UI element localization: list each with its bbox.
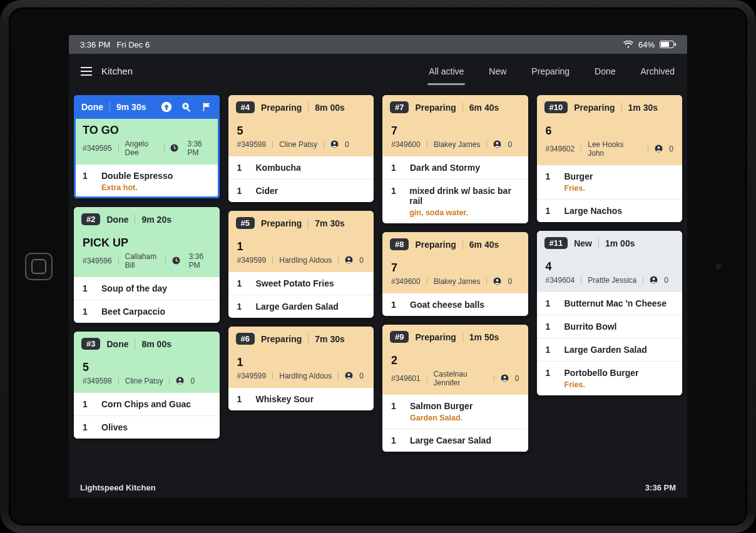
ticket-item[interactable]: 1Corn Chips and Guac	[74, 393, 220, 415]
tab-done[interactable]: Done	[593, 63, 616, 80]
ticket-status: Done	[106, 215, 128, 225]
ticket-number: #3	[81, 338, 100, 350]
ticket-subheader: 1#349599Hardling Aldous 0	[228, 351, 374, 388]
ticket-item[interactable]: 1Salmon BurgerGarden Salad.	[382, 395, 528, 429]
item-name: Salmon Burger	[410, 401, 472, 411]
svg-point-15	[348, 373, 350, 376]
ticket-item[interactable]: 1Large Caesar Salad	[382, 429, 528, 452]
ticket-card[interactable]: #10Preparing1m 30s6#349602Lee Hooks John…	[537, 95, 683, 222]
ticket-card[interactable]: #11New1m 00s4#349604Prattle Jessica 01Bu…	[537, 231, 683, 395]
person-icon	[655, 145, 663, 153]
ticket-item[interactable]: 1Cider	[228, 179, 374, 202]
bump-up-icon[interactable]	[161, 101, 172, 113]
ticket-items: 1Kombucha1Cider	[228, 156, 374, 202]
ticket-card[interactable]: #4Preparing8m 00s5#349598Cline Patsy 01K…	[228, 95, 374, 202]
item-qty: 1	[391, 163, 399, 173]
ticket-card[interactable]: #8Preparing6m 40s7#349600Blakey James 01…	[382, 232, 528, 316]
ticket-item[interactable]: 1Double EspressoExtra hot.	[74, 165, 220, 198]
item-qty: 1	[83, 283, 90, 293]
ticket-item[interactable]: 1Large Garden Salad	[228, 295, 374, 318]
order-number: #349599	[237, 256, 267, 265]
item-name: Sweet Potato Fries	[256, 278, 334, 288]
item-name: Double Espresso	[101, 171, 173, 181]
ticket-item[interactable]: 1BurgerFries.	[537, 165, 683, 199]
ticket-item[interactable]: 1Portobello BurgerFries.	[537, 361, 683, 395]
ticket-item[interactable]: 1Sweet Potato Fries	[228, 272, 374, 295]
ticket-subheader: 5#349598Cline Patsy 0	[228, 119, 374, 156]
ticket-subheader: PICK UP#349596Callaham Bill3:36 PM	[74, 231, 220, 277]
tab-preparing[interactable]: Preparing	[530, 63, 571, 80]
ticket-item[interactable]: 1Goat cheese balls	[382, 293, 528, 316]
order-number: #349596	[83, 256, 112, 265]
wifi-icon	[623, 41, 633, 48]
ticket-item[interactable]: 1Beet Carpaccio	[74, 300, 220, 323]
order-number: #349602	[546, 145, 575, 153]
order-number: #349599	[237, 372, 267, 380]
guest-count: 0	[190, 377, 195, 385]
item-qty: 1	[237, 278, 245, 288]
ticket-item[interactable]: 1Kombucha	[228, 156, 374, 179]
item-qty: 1	[391, 186, 398, 196]
tab-new[interactable]: New	[488, 63, 508, 80]
order-number: #349601	[391, 374, 421, 383]
svg-rect-1	[661, 42, 669, 47]
ticket-card[interactable]: Done9m 30sTO GO#349595Angelo Dee3:36 PM1…	[74, 95, 220, 198]
app-topbar: Kitchen All activeNewPreparingDoneArchiv…	[69, 54, 687, 89]
item-name: Butternut Mac 'n Cheese	[564, 298, 667, 308]
ticket-item[interactable]: 1Dark and Stormy	[382, 156, 528, 179]
ticket-destination: 4	[546, 260, 674, 273]
ticket-destination: 5	[83, 361, 211, 374]
zoom-icon[interactable]	[181, 101, 192, 113]
tab-all-active[interactable]: All active	[427, 63, 465, 80]
ticket-subheader: 4#349604Prattle Jessica 0	[537, 255, 683, 292]
person-icon	[493, 140, 501, 149]
ticket-card[interactable]: #2Done9m 20sPICK UP#349596Callaham Bill3…	[74, 207, 220, 323]
flag-icon[interactable]	[201, 101, 212, 113]
ticket-destination: 2	[391, 354, 519, 367]
ticket-card[interactable]: #7Preparing6m 40s7#349600Blakey James 01…	[382, 95, 528, 223]
ticket-item[interactable]: 1Large Nachos	[537, 199, 683, 222]
customer-name: Prattle Jessica	[588, 276, 636, 285]
item-qty: 1	[546, 368, 553, 378]
guest-count: 0	[669, 145, 673, 153]
footer-clock: 3:36 PM	[645, 483, 676, 492]
ticket-card[interactable]: #3Done8m 00s5#349598Cline Patsy 01Corn C…	[74, 332, 220, 439]
ticket-timer: 6m 40s	[469, 240, 499, 250]
ticket-status: Done	[106, 339, 128, 349]
item-name: Large Garden Salad	[564, 345, 647, 355]
ticket-item[interactable]: 1Large Garden Salad	[537, 338, 683, 361]
ticket-item[interactable]: 1Whiskey Sour	[228, 388, 374, 410]
ticket-header: #9Preparing1m 50s	[382, 325, 528, 349]
home-button[interactable]	[25, 253, 53, 280]
tab-archived[interactable]: Archived	[640, 63, 676, 80]
ticket-items: 1Double EspressoExtra hot.	[74, 165, 220, 198]
item-name: Dark and Stormy	[410, 163, 480, 173]
ticket-destination: 7	[391, 261, 519, 275]
ticket-item[interactable]: 1Olives	[74, 415, 220, 439]
svg-point-21	[503, 376, 506, 378]
item-qty: 1	[546, 345, 553, 355]
item-name: Large Garden Salad	[256, 302, 339, 312]
customer-name: Hardling Aldous	[279, 256, 332, 265]
item-modifier: Extra hot.	[101, 183, 173, 192]
ticket-subheader: 6#349602Lee Hooks John 0	[537, 119, 683, 165]
item-name: Large Nachos	[564, 206, 623, 216]
ticket-item[interactable]: 1Burrito Bowl	[537, 315, 683, 338]
item-qty: 1	[83, 307, 90, 317]
ticket-timer: 1m 50s	[469, 332, 499, 342]
ticket-item[interactable]: 1Butternut Mac 'n Cheese	[537, 292, 683, 315]
ticket-header: Done9m 30s	[74, 95, 220, 119]
menu-icon[interactable]	[80, 66, 93, 76]
app-footer: Lightspeed Kitchen 3:36 PM	[69, 477, 687, 498]
ticket-card[interactable]: #6Preparing7m 30s1#349599Hardling Aldous…	[228, 327, 374, 410]
ticket-timer: 9m 20s	[141, 215, 171, 225]
ticket-item[interactable]: 1Soup of the day	[74, 277, 220, 300]
ticket-item[interactable]: 1mixed drink w/ basic bar railgin, soda …	[382, 179, 528, 223]
ticket-card[interactable]: #9Preparing1m 50s2#349601Castelnau Jenni…	[382, 325, 528, 452]
ticket-card[interactable]: #5Preparing7m 30s1#349599Hardling Aldous…	[228, 211, 374, 318]
ticket-subheader: TO GO#349595Angelo Dee3:36 PM	[74, 119, 220, 165]
ticket-subheader: 5#349598Cline Patsy 0	[74, 356, 220, 393]
svg-rect-5	[186, 108, 190, 112]
ticket-destination: 6	[546, 124, 674, 138]
person-icon	[493, 277, 501, 286]
